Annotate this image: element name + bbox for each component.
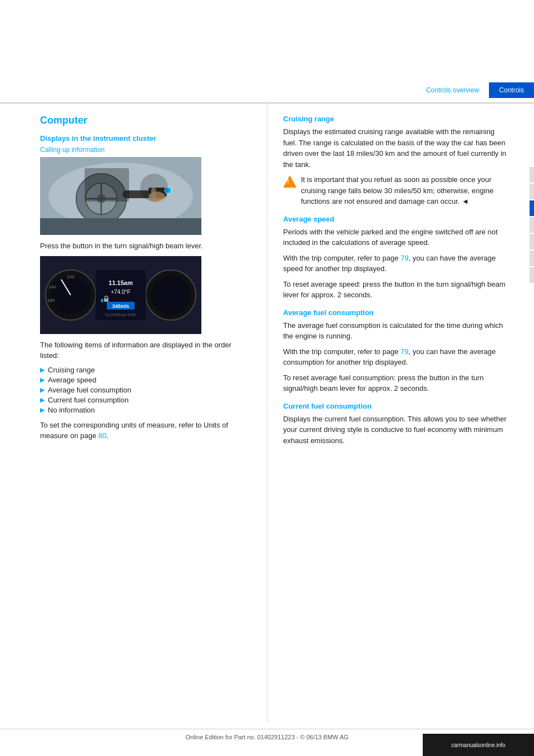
average-speed-text2: With the trip computer, refer to page 79…: [283, 253, 507, 274]
instrument-cluster-image-2: 220 140 180 11.15am +74.0°F 345mls: [40, 256, 201, 334]
svg-point-9: [165, 187, 171, 194]
cruising-range-title: Cruising range: [283, 115, 507, 123]
average-speed-text1: Periods with the vehicle parked and the …: [283, 227, 507, 248]
calling-up-title: Calling up information: [40, 146, 251, 154]
average-speed-title: Average speed: [283, 215, 507, 223]
left-column: Computer Displays in the instrument clus…: [0, 102, 267, 723]
tab-controls[interactable]: Controls: [489, 82, 534, 98]
right-column: Cruising range Displays the estimated cr…: [267, 102, 534, 723]
instrument-cluster-image-1: [40, 157, 201, 235]
warning-text: It is important that you refuel as soon …: [301, 174, 507, 207]
avg-fuel-link[interactable]: 79: [400, 347, 408, 356]
average-speed-link[interactable]: 79: [400, 254, 408, 262]
tab-controls-label: Controls: [499, 86, 524, 94]
svg-point-21: [151, 276, 190, 315]
svg-rect-10: [40, 218, 201, 235]
svg-text:11.15am: 11.15am: [108, 279, 133, 286]
list-item-label-2: Average speed: [48, 376, 96, 384]
list-item-label-4: Current fuel consumption: [48, 396, 128, 404]
avg-fuel-text3: To reset average fuel consumption: press…: [283, 372, 507, 394]
avg-fuel-text2: With the trip computer, refer to page 79…: [283, 346, 507, 368]
svg-text:220: 220: [67, 274, 75, 279]
list-arrow-icon-5: ▶: [40, 406, 44, 414]
list-item-4: ▶ Current fuel consumption: [40, 396, 251, 404]
main-content: Computer Displays in the instrument clus…: [0, 102, 534, 723]
units-link[interactable]: 80: [98, 431, 106, 440]
svg-text:+74.0°F: +74.0°F: [111, 289, 130, 295]
footer-text: Online Edition for Part no. 01402911223 …: [185, 734, 348, 740]
current-fuel-title: Current fuel consumption: [283, 402, 507, 410]
list-arrow-icon-3: ▶: [40, 386, 44, 394]
section-title: Computer: [40, 115, 251, 126]
svg-rect-7: [122, 190, 167, 198]
list-item-label-3: Average fuel consumption: [48, 386, 131, 394]
list-item-label-5: No information: [48, 406, 95, 414]
average-speed-text3: To reset average speed: press the button…: [283, 279, 507, 301]
header-bar: Controls overview Controls: [267, 82, 534, 98]
svg-text:0123456mls  6789: 0123456mls 6789: [105, 313, 136, 317]
svg-text:180: 180: [47, 298, 55, 303]
svg-point-2: [76, 174, 126, 224]
avg-fuel-consumption-title: Average fuel consumption: [283, 308, 507, 317]
list-item-5: ▶ No information: [40, 406, 251, 414]
tab-controls-overview[interactable]: Controls overview: [416, 82, 489, 98]
warning-triangle-icon: [283, 175, 296, 188]
warning-icon: [283, 175, 296, 188]
list-item-1: ▶ Cruising range: [40, 366, 251, 374]
following-items-text: The following items of information are d…: [40, 340, 251, 361]
sub-section-title: Displays in the instrument cluster: [40, 134, 251, 143]
list-arrow-icon-1: ▶: [40, 366, 44, 374]
avg-fuel-text1: The average fuel consumption is calculat…: [283, 320, 507, 342]
svg-rect-12: [151, 188, 156, 199]
tab-controls-overview-label: Controls overview: [426, 86, 479, 94]
watermark-area: carmanualsonline.info: [423, 734, 534, 756]
cruising-range-text: Displays the estimated cruising range av…: [283, 126, 507, 170]
list-arrow-icon-4: ▶: [40, 396, 44, 404]
list-item-label-1: Cruising range: [48, 366, 95, 374]
warning-box: It is important that you refuel as soon …: [283, 174, 507, 207]
list-item-3: ▶ Average fuel consumption: [40, 386, 251, 394]
units-text: To set the corresponding units of measur…: [40, 420, 251, 441]
list-arrow-icon-2: ▶: [40, 376, 44, 384]
press-button-text: Press the button in the turn signal/high…: [40, 240, 251, 252]
svg-text:345mls: 345mls: [112, 303, 130, 309]
svg-rect-26: [104, 298, 108, 302]
svg-point-11: [149, 192, 165, 203]
watermark-text: carmanualsonline.info: [451, 742, 505, 748]
list-item-2: ▶ Average speed: [40, 376, 251, 384]
current-fuel-text: Displays the current fuel consumption. T…: [283, 414, 507, 446]
svg-text:140: 140: [48, 284, 56, 289]
